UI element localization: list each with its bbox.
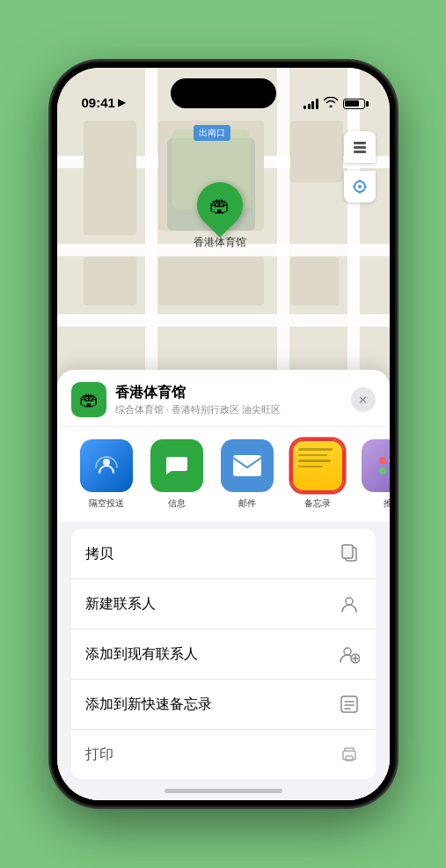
share-item-airdrop[interactable]: 隔空投送	[71, 439, 142, 510]
add-contact-icon	[337, 642, 362, 666]
svg-rect-23	[346, 756, 353, 761]
copy-icon	[337, 541, 362, 566]
battery-icon	[343, 99, 365, 109]
map-layers-button[interactable]	[344, 131, 376, 163]
action-quick-note-label: 添加到新快速备忘录	[85, 695, 212, 714]
airdrop-label: 隔空投送	[89, 497, 124, 510]
status-time: 09:41 ▶	[82, 95, 125, 110]
svg-rect-0	[354, 142, 366, 144]
map-label-prefix: 出	[199, 128, 208, 137]
notes-icon	[291, 439, 344, 492]
action-add-contact[interactable]: 添加到现有联系人	[71, 629, 376, 680]
share-item-more[interactable]: 推	[353, 439, 390, 510]
svg-point-4	[358, 185, 362, 188]
action-copy[interactable]: 拷贝	[71, 529, 376, 579]
stadium-marker[interactable]: 🏟 香港体育馆	[194, 182, 246, 250]
new-contact-icon	[337, 592, 362, 616]
share-item-notes[interactable]: 备忘录	[282, 439, 353, 510]
phone-screen: 09:41 ▶	[57, 68, 390, 800]
message-label: 信息	[168, 497, 186, 510]
action-copy-label: 拷贝	[85, 545, 113, 563]
home-indicator	[165, 789, 282, 793]
venue-name: 香港体育馆	[115, 384, 342, 402]
more-icon	[362, 439, 390, 492]
svg-rect-10	[233, 455, 261, 476]
location-arrow: ▶	[118, 97, 125, 108]
venue-info: 香港体育馆 综合体育馆 · 香港特别行政区 油尖旺区	[115, 384, 342, 416]
more-label: 推	[384, 497, 390, 510]
dynamic-island	[171, 78, 276, 108]
svg-rect-18	[341, 696, 357, 712]
venue-icon: 🏟	[71, 382, 106, 417]
wifi-icon	[324, 97, 338, 110]
signal-icon	[303, 99, 318, 109]
svg-point-9	[103, 459, 110, 466]
marker-icon: 🏟	[209, 193, 230, 217]
close-button[interactable]: ✕	[351, 387, 376, 412]
action-new-contact-label: 新建联系人	[85, 595, 156, 614]
quick-note-icon	[337, 692, 362, 717]
share-item-message[interactable]: 信息	[142, 439, 212, 510]
svg-rect-12	[342, 545, 353, 558]
action-new-contact[interactable]: 新建联系人	[71, 579, 376, 629]
share-row: 隔空投送 信息	[57, 427, 390, 522]
mail-label: 邮件	[238, 497, 256, 510]
mail-icon	[221, 439, 274, 492]
time-display: 09:41	[82, 95, 115, 110]
share-item-mail[interactable]: 邮件	[212, 439, 282, 510]
svg-rect-2	[354, 151, 366, 153]
marker-pin: 🏟	[187, 173, 252, 238]
action-add-contact-label: 添加到现有联系人	[85, 645, 198, 664]
phone-frame: 09:41 ▶	[52, 63, 395, 805]
map-controls	[344, 131, 376, 202]
svg-rect-1	[354, 146, 366, 149]
location-button[interactable]	[344, 171, 376, 202]
venue-description: 综合体育馆 · 香港特别行政区 油尖旺区	[115, 403, 342, 416]
status-icons	[303, 97, 365, 110]
notes-label: 备忘录	[304, 497, 331, 510]
svg-point-13	[346, 598, 353, 605]
sheet-header: 🏟 香港体育馆 综合体育馆 · 香港特别行政区 油尖旺区 ✕	[57, 370, 390, 426]
action-list: 拷贝 新建联系人	[71, 529, 376, 779]
svg-rect-22	[343, 751, 355, 760]
map-label: 出南口	[194, 125, 230, 141]
action-print[interactable]: 打印	[71, 730, 376, 779]
message-icon	[150, 439, 203, 492]
svg-point-14	[344, 648, 351, 655]
print-icon	[337, 742, 362, 767]
action-print-label: 打印	[85, 746, 113, 764]
action-quick-note[interactable]: 添加到新快速备忘录	[71, 680, 376, 730]
map-label-text: 南口	[208, 128, 225, 137]
bottom-sheet: 🏟 香港体育馆 综合体育馆 · 香港特别行政区 油尖旺区 ✕	[57, 370, 390, 800]
airdrop-icon	[80, 439, 133, 492]
